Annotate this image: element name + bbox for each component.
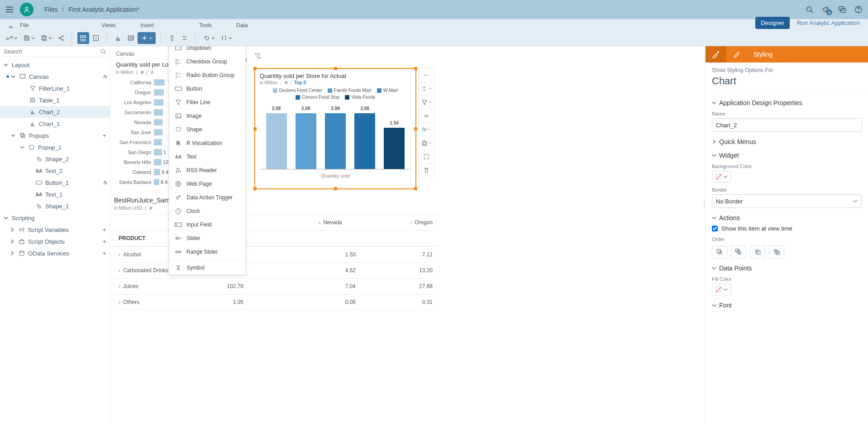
breadcrumb-root[interactable]: Files bbox=[44, 6, 58, 13]
more-actions-button[interactable] bbox=[419, 68, 434, 82]
fx-icon[interactable]: fx bbox=[103, 180, 107, 185]
outline-button1[interactable]: Button_1fx bbox=[0, 177, 110, 188]
outline-scriptobjs[interactable]: Script Objects＋ bbox=[0, 236, 110, 247]
table-row[interactable]: ›Others1.050.060.31 bbox=[113, 294, 438, 310]
braces-button[interactable] bbox=[218, 32, 234, 44]
filter-plus-icon[interactable] bbox=[254, 53, 262, 60]
builder-tab[interactable] bbox=[706, 46, 726, 63]
copy-dropdown-button[interactable] bbox=[38, 32, 54, 44]
insert-table-button[interactable] bbox=[125, 32, 137, 44]
insert-menu-item[interactable]: Data Action Trigger bbox=[169, 191, 245, 204]
insert-menu-item[interactable]: Checkbox Group bbox=[169, 55, 245, 68]
outline-chart1[interactable]: Chart_1 bbox=[0, 118, 110, 130]
bg-color-picker[interactable] bbox=[712, 171, 731, 183]
copy-widget-button[interactable] bbox=[419, 136, 434, 150]
insert-menu-item[interactable]: Slider bbox=[169, 231, 245, 245]
search-icon[interactable] bbox=[100, 48, 106, 55]
outline-section-layout[interactable]: Layout bbox=[0, 59, 110, 71]
refresh-button[interactable] bbox=[201, 32, 217, 44]
swap-axes-button[interactable] bbox=[419, 82, 434, 96]
bring-forward-button[interactable] bbox=[750, 246, 765, 258]
gear-icon[interactable]: ✻ bbox=[140, 70, 144, 75]
chart2-widget[interactable]: Quantity sold per Store for Actual in Mi… bbox=[254, 68, 416, 189]
insert-chart-button[interactable] bbox=[112, 32, 124, 44]
product-header[interactable]: PRODUCT bbox=[113, 231, 438, 246]
outline-popups[interactable]: Popups＋ bbox=[0, 130, 110, 141]
insert-menu-item[interactable]: Dropdown bbox=[169, 46, 245, 55]
insert-menu-item[interactable]: Shape bbox=[169, 123, 245, 136]
designer-button[interactable]: Designer bbox=[755, 17, 790, 29]
insert-menu-item[interactable]: Symbol bbox=[169, 261, 245, 275]
table-row[interactable]: ›Carbonated Drinks44.264.6213.20 bbox=[113, 263, 438, 279]
insert-menu-item[interactable]: Image bbox=[169, 109, 245, 123]
share-button[interactable] bbox=[55, 32, 67, 44]
insert-menu-item[interactable]: ℝR Visualization bbox=[169, 136, 245, 150]
breadcrumb-title[interactable]: First Analytic Application* bbox=[68, 6, 139, 13]
col-header[interactable]: ›Nevada bbox=[255, 215, 347, 231]
save-dropdown-button[interactable] bbox=[21, 32, 37, 44]
run-app-link[interactable]: Run Analytic Application bbox=[797, 19, 860, 26]
gear-icon[interactable]: ✻ bbox=[284, 80, 288, 85]
hierarchy-icon[interactable]: ⋔ bbox=[150, 70, 154, 75]
hamburger-icon[interactable] bbox=[5, 5, 14, 14]
insert-menu-item[interactable]: Button bbox=[169, 82, 245, 96]
outline-search-input[interactable] bbox=[4, 48, 100, 55]
add-reference-button[interactable] bbox=[419, 109, 434, 123]
send-backward-button[interactable] bbox=[712, 246, 727, 258]
insert-menu-item[interactable]: Range Slider bbox=[169, 245, 245, 259]
insert-add-button[interactable] bbox=[138, 32, 156, 44]
outline-odata[interactable]: OData Services＋ bbox=[0, 247, 110, 259]
table-row[interactable]: ›Juices102.787.0427.68 bbox=[113, 279, 438, 294]
add-scriptobj-button[interactable]: ＋ bbox=[101, 237, 107, 246]
widget-name-input[interactable] bbox=[712, 118, 862, 132]
outline-canvas[interactable]: Canvas fx bbox=[0, 71, 110, 82]
add-scriptvar-button[interactable]: ＋ bbox=[101, 226, 107, 234]
fx-button[interactable]: fx bbox=[419, 123, 434, 136]
insert-menu-item[interactable]: Web Page bbox=[169, 177, 245, 191]
menu-tools[interactable]: Tools bbox=[196, 22, 229, 30]
add-popup-button[interactable]: ＋ bbox=[101, 131, 107, 140]
formula-button[interactable] bbox=[166, 32, 178, 44]
outline-view-button[interactable] bbox=[77, 32, 89, 44]
menu-file[interactable]: File bbox=[17, 22, 94, 30]
collapse-toolbar-button[interactable] bbox=[5, 25, 17, 30]
fullscreen-button[interactable] bbox=[419, 150, 434, 164]
border-select[interactable]: No Border bbox=[712, 194, 862, 208]
section-font[interactable]: Font bbox=[712, 302, 862, 309]
insert-menu-item[interactable]: Filter Line bbox=[169, 96, 245, 109]
outline-popup1[interactable]: Popup_1 bbox=[0, 141, 110, 153]
gear-icon[interactable]: ✻ bbox=[149, 206, 153, 211]
add-odata-button[interactable]: ＋ bbox=[101, 249, 107, 257]
section-datapoints[interactable]: Data Points bbox=[712, 265, 862, 272]
fill-color-picker[interactable] bbox=[712, 284, 731, 295]
menu-insert[interactable]: Insert bbox=[138, 22, 192, 30]
outline-shape1[interactable]: Shape_1 bbox=[0, 200, 110, 212]
send-to-back-button[interactable] bbox=[731, 246, 746, 258]
insert-menu-item[interactable]: Input Field bbox=[169, 218, 245, 231]
outline-chart2[interactable]: Chart_2 bbox=[0, 106, 110, 118]
menu-views[interactable]: Views bbox=[99, 22, 133, 30]
delete-widget-button[interactable] bbox=[419, 164, 434, 177]
show-at-viewtime-checkbox[interactable]: Show this item at view time bbox=[712, 225, 862, 232]
canvas-resize-handle[interactable] bbox=[702, 60, 705, 424]
help-icon[interactable] bbox=[854, 5, 863, 14]
bring-to-front-button[interactable] bbox=[769, 246, 784, 258]
controls-button[interactable] bbox=[179, 32, 191, 44]
link-dropdown-button[interactable] bbox=[4, 32, 20, 44]
insert-menu-item[interactable]: RSS Reader bbox=[169, 164, 245, 177]
col-header[interactable]: ›Oregon bbox=[348, 215, 438, 231]
section-app-design[interactable]: Application Design Properties bbox=[712, 99, 862, 106]
outline-text1[interactable]: AAText_1 bbox=[0, 188, 110, 200]
search-icon[interactable] bbox=[806, 5, 814, 14]
section-actions[interactable]: Actions bbox=[712, 214, 862, 222]
outline-text2[interactable]: AAText_2 bbox=[0, 165, 110, 177]
canvas-area[interactable]: Canvas Quantity sold per Lo in Million| … bbox=[110, 46, 705, 424]
section-quick-menus[interactable]: Quick Menus bbox=[712, 138, 862, 145]
outline-section-scripting[interactable]: Scripting bbox=[0, 212, 110, 224]
outline-shape2[interactable]: Shape_2 bbox=[0, 153, 110, 165]
outline-table1[interactable]: Table_1 bbox=[0, 94, 110, 106]
insert-menu-item[interactable]: AAText bbox=[169, 150, 245, 164]
section-widget[interactable]: Widget bbox=[712, 152, 862, 159]
outline-filterline[interactable]: FilterLine_1 bbox=[0, 82, 110, 94]
styling-tab-icon[interactable] bbox=[726, 46, 747, 63]
